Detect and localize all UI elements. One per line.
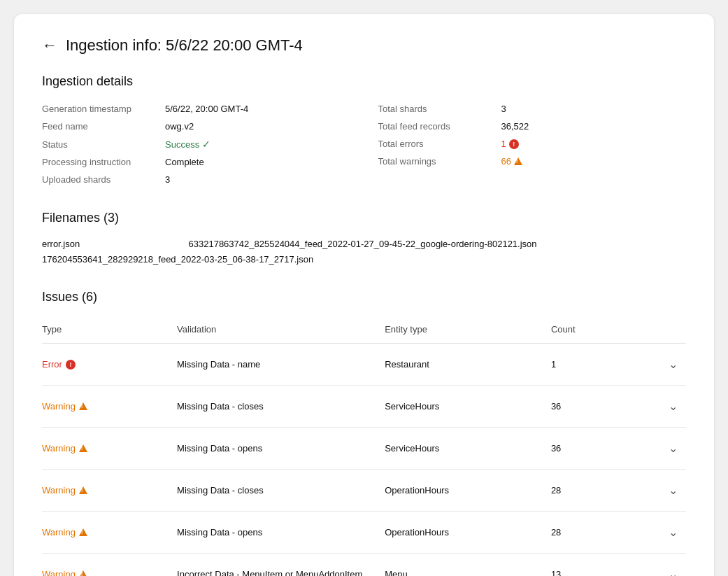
warning-triangle-icon	[79, 486, 87, 494]
cell-type: Warning	[42, 554, 177, 576]
table-row: Warning Missing Data - closesOperationHo…	[42, 470, 686, 512]
cell-entity-type: Restaurant	[385, 344, 551, 386]
detail-row-feed-records: Total feed records 36,522	[378, 118, 687, 135]
cell-expand: ⌄	[634, 386, 686, 428]
warning-text: Warning	[42, 443, 76, 454]
cell-type: Error !	[42, 344, 177, 386]
col-header-expand	[634, 316, 686, 344]
cell-entity-type: ServiceHours	[385, 386, 551, 428]
warning-text: Warning	[42, 485, 76, 496]
error-icon: !	[509, 139, 519, 149]
cell-expand: ⌄	[634, 344, 686, 386]
expand-button[interactable]: ⌄	[666, 397, 680, 416]
detail-row-total-shards: Total shards 3	[378, 100, 687, 118]
warning-triangle-icon	[79, 528, 87, 536]
error-count: 1	[501, 139, 506, 149]
filenames-section: Filenames (3) error.json 633217863742_82…	[42, 211, 686, 267]
details-right: Total shards 3 Total feed records 36,522…	[378, 100, 687, 188]
table-row: Error ! Missing Data - nameRestaurant1⌄	[42, 344, 686, 386]
col-header-validation: Validation	[177, 316, 385, 344]
cell-validation: Missing Data - opens	[177, 512, 385, 554]
value-status: Success ✓	[165, 139, 210, 150]
value-processing: Complete	[165, 157, 204, 167]
label-shards: Uploaded shards	[42, 174, 154, 185]
issues-section-title: Issues (6)	[42, 290, 686, 304]
expand-button[interactable]: ⌄	[666, 523, 680, 542]
cell-entity-type: ServiceHours	[385, 428, 551, 470]
table-row: Warning Incorrect Data - MenuItem or Men…	[42, 554, 686, 576]
back-button[interactable]: ←	[42, 38, 57, 53]
table-row: Warning Missing Data - opensServiceHours…	[42, 428, 686, 470]
table-header-row: Type Validation Entity type Count	[42, 316, 686, 344]
table-row: Warning Missing Data - closesServiceHour…	[42, 386, 686, 428]
error-text: Error	[42, 359, 62, 370]
label-timestamp: Generation timestamp	[42, 104, 154, 114]
cell-validation: Missing Data - opens	[177, 428, 385, 470]
label-feed-records: Total feed records	[378, 121, 490, 132]
expand-button[interactable]: ⌄	[666, 481, 680, 500]
cell-expand: ⌄	[634, 554, 686, 576]
value-shards: 3	[165, 174, 170, 185]
warning-count: 66	[501, 156, 511, 167]
warning-triangle-icon	[79, 570, 87, 576]
warning-badge: 66	[501, 156, 522, 167]
type-error-label: Error !	[42, 359, 171, 370]
cell-expand: ⌄	[634, 512, 686, 554]
details-grid: Generation timestamp 5/6/22, 20:00 GMT-4…	[42, 100, 686, 188]
error-badge: 1 !	[501, 139, 519, 149]
details-section-title: Ingestion details	[42, 74, 686, 89]
label-status: Status	[42, 139, 154, 150]
cell-validation: Missing Data - closes	[177, 386, 385, 428]
filenames-list: error.json 633217863742_825524044_feed_2…	[42, 237, 686, 267]
detail-row-processing: Processing instruction Complete	[42, 153, 350, 171]
filenames-section-title: Filenames (3)	[42, 211, 686, 225]
issues-table: Type Validation Entity type Count Error …	[42, 316, 686, 576]
cell-count: 36	[551, 386, 634, 428]
value-timestamp: 5/6/22, 20:00 GMT-4	[165, 104, 248, 114]
type-warning-label: Warning	[42, 569, 171, 576]
value-feed-records: 36,522	[501, 121, 529, 132]
issues-section: Issues (6) Type Validation Entity type C…	[42, 290, 686, 576]
warning-icon	[514, 157, 522, 165]
cell-entity-type: OperationHours	[385, 470, 551, 512]
cell-entity-type: OperationHours	[385, 512, 551, 554]
cell-count: 13	[551, 554, 634, 576]
label-processing: Processing instruction	[42, 157, 154, 167]
cell-count: 28	[551, 512, 634, 554]
details-left: Generation timestamp 5/6/22, 20:00 GMT-4…	[42, 100, 350, 188]
page-header: ← Ingestion info: 5/6/22 20:00 GMT-4	[42, 36, 686, 55]
detail-row-status: Status Success ✓	[42, 135, 350, 153]
warning-triangle-icon	[79, 402, 87, 410]
expand-button[interactable]: ⌄	[666, 355, 680, 374]
warning-text: Warning	[42, 569, 76, 576]
label-feed: Feed name	[42, 121, 154, 132]
detail-row-warnings: Total warnings 66	[378, 153, 687, 170]
main-card: ← Ingestion info: 5/6/22 20:00 GMT-4 Ing…	[14, 14, 714, 576]
cell-validation: Incorrect Data - MenuItem or MenuAddonIt…	[177, 554, 385, 576]
cell-count: 36	[551, 428, 634, 470]
expand-button[interactable]: ⌄	[666, 439, 680, 458]
type-warning-label: Warning	[42, 485, 171, 496]
cell-validation: Missing Data - closes	[177, 470, 385, 512]
label-total-shards: Total shards	[378, 104, 490, 114]
col-header-type: Type	[42, 316, 177, 344]
col-header-entity: Entity type	[385, 316, 551, 344]
detail-row-shards: Uploaded shards 3	[42, 171, 350, 188]
type-warning-label: Warning	[42, 401, 171, 412]
status-text: Success	[165, 139, 199, 150]
cell-count: 28	[551, 470, 634, 512]
ingestion-details-section: Ingestion details Generation timestamp 5…	[42, 74, 686, 188]
cell-entity-type: Menu	[385, 554, 551, 576]
cell-type: Warning	[42, 470, 177, 512]
cell-type: Warning	[42, 386, 177, 428]
cell-type: Warning	[42, 512, 177, 554]
table-row: Warning Missing Data - opensOperationHou…	[42, 512, 686, 554]
expand-button[interactable]: ⌄	[666, 565, 680, 576]
warning-text: Warning	[42, 527, 76, 538]
warning-text: Warning	[42, 401, 76, 412]
type-warning-label: Warning	[42, 443, 171, 454]
detail-row-feed: Feed name owg.v2	[42, 118, 350, 135]
cell-validation: Missing Data - name	[177, 344, 385, 386]
cell-type: Warning	[42, 428, 177, 470]
cell-expand: ⌄	[634, 428, 686, 470]
